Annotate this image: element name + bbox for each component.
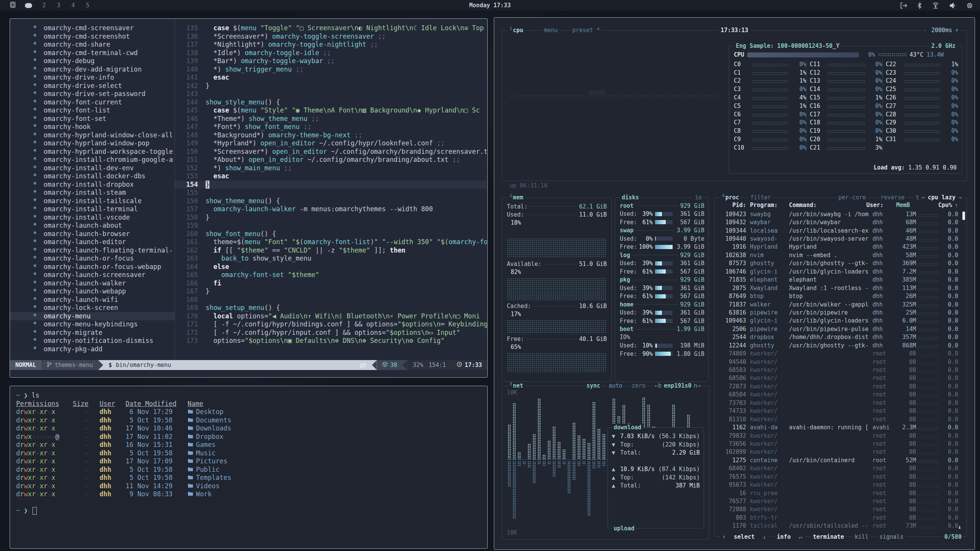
process-row[interactable]: 68402kworker/root0B0.0 <box>719 465 958 473</box>
kill-action[interactable]: kill <box>853 533 871 541</box>
sidebar-file[interactable]: *omarchy-cmd-screenshot <box>10 33 175 41</box>
process-row[interactable]: 76577kworker/root0B0.0 <box>719 497 958 505</box>
preset-button[interactable]: preset * <box>570 26 602 34</box>
per-core-toggle[interactable]: per-core <box>836 194 868 201</box>
process-row[interactable]: 63816pipewire/usr/bin/pipewiredhh25M0.0 <box>719 308 958 316</box>
process-row[interactable]: 102638nvimnvim --embed .dhh58M0.0 <box>719 251 958 259</box>
process-row[interactable]: 803btrfs-trroot0B0.0 <box>719 514 958 522</box>
network-panel-title[interactable]: 3net <box>508 382 525 390</box>
omarchy-logo-icon[interactable] <box>10 2 16 10</box>
prompt-line-current[interactable]: ~ ❯ <box>16 507 487 515</box>
sidebar-file[interactable]: *omarchy-install-dev-env <box>10 164 175 173</box>
net-auto-toggle[interactable]: auto <box>607 382 624 390</box>
process-row[interactable]: 1170tailscal/usr/sbin/tailscaled --root7… <box>719 522 958 530</box>
workspace-3[interactable]: 3 <box>56 2 61 9</box>
workspace-5[interactable]: 5 <box>85 2 90 9</box>
bluetooth-icon[interactable] <box>917 2 922 9</box>
refresh-interval[interactable]: - 2000ms+ <box>921 26 960 34</box>
process-row[interactable]: 1275containe/usr/bin/containerdroot52M0.… <box>719 456 958 464</box>
sidebar-file[interactable]: *omarchy-launch-about <box>10 222 175 230</box>
sidebar-file[interactable]: *omarchy-notification-dismiss <box>10 337 175 345</box>
sidebar-file[interactable]: *omarchy-font-current <box>10 98 175 107</box>
process-row[interactable]: 109423swaybg/usr/bin/swaybg -i /homdhh13… <box>719 210 958 218</box>
sidebar-file[interactable]: *omarchy-install-chromium-google-a <box>10 156 175 164</box>
sidebar-file[interactable]: *omarchy-install-terminal <box>10 205 175 214</box>
process-row[interactable]: 81310kworker/root0B0.0 <box>719 415 958 423</box>
sidebar-file[interactable]: *omarchy-install-dropbox <box>10 181 175 189</box>
process-row[interactable]: 71837walker/usr/bin/walker --gappldhh325… <box>719 300 958 308</box>
sidebar-file[interactable]: *omarchy-font-list <box>10 106 175 115</box>
net-zero-toggle[interactable]: zero <box>630 382 647 390</box>
workspace-2[interactable]: 2 <box>41 2 47 9</box>
sidebar-file[interactable]: *omarchy-menu <box>10 312 175 321</box>
sidebar-file[interactable]: *omarchy-launch-walker <box>10 279 175 288</box>
sidebar-file[interactable]: *omarchy-migrate <box>10 329 175 337</box>
logout-icon[interactable] <box>900 2 907 9</box>
terminate-action[interactable]: terminate <box>811 533 846 541</box>
process-row[interactable]: 73656kworker/root0B0.0 <box>719 440 958 448</box>
sort-column-switcher[interactable]: ←cpu lazy→ <box>920 194 964 201</box>
sidebar-file[interactable]: *omarchy-hyprland-workspace-toggle <box>10 148 175 156</box>
process-row[interactable]: 87649btopbtopdhh26M0.0 <box>719 292 958 300</box>
process-row[interactable]: 2075XwaylandXwayland :1 -rootless -dhh11… <box>719 284 958 292</box>
sidebar-file[interactable]: *omarchy-install-docker-dbs <box>10 172 175 181</box>
memory-panel-title[interactable]: 2mem <box>508 194 525 201</box>
sidebar-file[interactable]: *omarchy-hyprland-window-close-all <box>10 131 175 140</box>
sidebar-file[interactable]: *omarchy-drive-select <box>10 82 175 90</box>
net-interface-switcher[interactable]: ←benp191s0n→ <box>653 382 702 390</box>
process-row[interactable]: 72073kworker/root0B0.0 <box>719 382 958 390</box>
process-row[interactable]: 109432waybar/usr/bin/waybardhh68M0.0 <box>719 218 958 226</box>
process-row[interactable]: 71835elephantelephantdhh385M0.0 <box>719 276 958 284</box>
signals-action[interactable]: signals <box>877 533 906 541</box>
sidebar-file[interactable]: *omarchy-cmd-terminal-cwd <box>10 49 175 57</box>
process-row[interactable]: 68586kworker/root0B0.0 <box>719 374 958 382</box>
process-row[interactable]: 102099kworker/root0B0.0 <box>719 448 958 456</box>
process-row[interactable]: 16rcu_preeroot0B0.0 <box>719 489 958 497</box>
sidebar-file[interactable]: *omarchy-lock-screen <box>10 304 175 312</box>
process-row[interactable]: 87573ghostty/usr/bin/ghostty --gtk-dhh36… <box>719 259 958 267</box>
process-row[interactable]: 79032kworker/root0B0.0 <box>719 432 958 440</box>
process-row[interactable]: 68583kworker/root0B0.0 <box>719 366 958 374</box>
process-panel-title[interactable]: 4proc <box>720 194 741 201</box>
sidebar-file[interactable]: *omarchy-drive-info <box>10 73 175 82</box>
sidebar-file[interactable]: *omarchy-hyprland-window-pop <box>10 139 175 148</box>
code-editor[interactable]: 135 case $(menu "Toggle" "▢ Screensaver\… <box>175 24 487 360</box>
sidebar-file[interactable]: *omarchy-install-steam <box>10 189 175 197</box>
sidebar-file[interactable]: *omarchy-launch-editor <box>10 238 175 246</box>
process-row[interactable]: 74869kworker/root0B0.0 <box>719 349 958 357</box>
filter-button[interactable]: filter <box>748 194 773 201</box>
process-row[interactable]: 2506pipewire/usr/bin/pipewire-pulsedhh14… <box>719 325 958 333</box>
process-row[interactable]: 109344localsea/usr/lib/localsearch-exdhh… <box>719 227 958 235</box>
sidebar-file[interactable]: *omarchy-launch-wifi <box>10 296 175 304</box>
process-scrollbar[interactable] <box>962 212 965 220</box>
process-row[interactable]: 74733kworker/root0B0.0 <box>719 407 958 415</box>
sidebar-file[interactable]: *omarchy-hook <box>10 123 175 131</box>
process-row[interactable]: 1916HyprlandHyprlanddhh423M0.0 <box>719 243 958 251</box>
process-table-header[interactable]: Pid: Program: Command: User: MemB Cpu% ↑ <box>719 201 958 209</box>
process-row[interactable]: 106746glycin-i/usr/lib/glycin-loadersdhh… <box>719 267 958 276</box>
process-row[interactable]: 68584kworker/root0B0.0 <box>719 391 958 399</box>
chip-icon[interactable] <box>966 2 973 9</box>
sidebar-file[interactable]: *omarchy-menu-keybindings <box>10 320 175 329</box>
sidebar-file[interactable]: *omarchy-cmd-share <box>10 41 175 49</box>
sidebar-file[interactable]: *omarchy-launch-webapp <box>10 287 175 296</box>
sidebar-file[interactable]: *omarchy-cmd-screensaver <box>10 24 175 33</box>
select-action[interactable]: ↑ select ↓ <box>720 533 768 541</box>
sidebar-file[interactable]: *omarchy-font-set <box>10 115 175 123</box>
process-row[interactable]: 109440swayosd-/usr/bin/swayosd-serverdhh… <box>719 235 958 243</box>
net-sync-toggle[interactable]: sync <box>585 382 602 390</box>
workspace-1[interactable] <box>25 3 32 8</box>
workspace-4[interactable]: 4 <box>70 2 76 9</box>
process-row[interactable]: 72088kworker/root0B0.0 <box>719 505 958 514</box>
sidebar-file[interactable]: *omarchy-launch-screensaver <box>10 271 175 279</box>
sidebar-file[interactable]: *omarchy-launch-floating-terminal- <box>10 246 175 255</box>
sidebar-file[interactable]: *omarchy-pkg-add <box>10 345 175 354</box>
sidebar-file[interactable]: *omarchy-debug <box>10 57 175 65</box>
volume-icon[interactable] <box>949 2 956 9</box>
process-row[interactable]: 73703kworker/root0B0.0 <box>719 399 958 407</box>
process-row[interactable]: 109463glycin-i/usr/lib/glycin-loadersdhh… <box>719 317 958 325</box>
sidebar-file[interactable]: *omarchy-install-tailscale <box>10 197 175 205</box>
wifi-icon[interactable] <box>932 2 939 9</box>
io-mode-toggle[interactable]: io <box>693 194 704 201</box>
scroll-down-indicator[interactable]: ↓ <box>958 523 961 530</box>
